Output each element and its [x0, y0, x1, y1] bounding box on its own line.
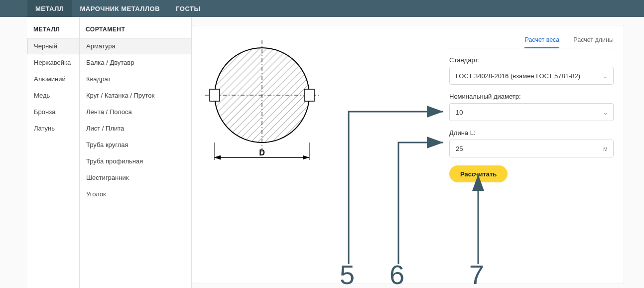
calc-form: Расчет веса Расчет длины Стандарт: ГОСТ … — [439, 35, 614, 274]
sidebar-sortament-item[interactable]: Труба круглая — [80, 137, 191, 153]
sidebar-metal-item[interactable]: Алюминий — [27, 71, 79, 87]
sidebar-metal-item[interactable]: Черный — [27, 38, 79, 54]
sidebar-metal: МЕТАЛЛ Черный Нержавейка Алюминий Медь Б… — [27, 17, 80, 288]
label-length: Длина L: — [449, 129, 614, 137]
chevron-down-icon: ⌄ — [603, 72, 608, 80]
sidebar-metal-item[interactable]: Бронза — [27, 104, 79, 120]
diagram-label-d: D — [259, 148, 265, 157]
tab-length[interactable]: Расчет длины — [573, 35, 614, 48]
sidebar-sortament: СОРТАМЕНТ Арматура Балка / Двутавр Квадр… — [80, 17, 192, 288]
nav-tab-gosty[interactable]: ГОСТЫ — [168, 0, 209, 17]
sidebar-metal-header: МЕТАЛЛ — [27, 17, 79, 38]
svg-rect-4 — [210, 89, 220, 101]
nav-tab-metal[interactable]: МЕТАЛЛ — [27, 0, 72, 17]
sidebar-sortament-item[interactable]: Уголок — [80, 186, 191, 202]
sidebar-sortament-item[interactable]: Круг / Катанка / Пруток — [80, 87, 191, 104]
sidebar-sortament-item[interactable]: Балка / Двутавр — [80, 54, 191, 71]
main-panel: D Расчет веса Расчет длины Стандарт: ГОС… — [192, 25, 624, 284]
svg-rect-5 — [304, 89, 314, 101]
unit-label: м — [603, 145, 608, 152]
sidebar-sortament-item[interactable]: Квадрат — [80, 71, 191, 87]
input-length[interactable] — [449, 140, 614, 157]
top-nav: МЕТАЛЛ МАРОЧНИК МЕТАЛЛОВ ГОСТЫ — [0, 0, 644, 17]
sidebar-sortament-item[interactable]: Труба профильная — [80, 153, 191, 169]
diagram: D — [202, 35, 332, 274]
label-standard: Стандарт: — [449, 56, 614, 64]
sidebar-sortament-header: СОРТАМЕНТ — [80, 17, 191, 38]
select-standard[interactable]: ГОСТ 34028-2016 (взамен ГОСТ 5781-82) ⌄ — [449, 67, 614, 85]
sidebar-sortament-item[interactable]: Лист / Плита — [80, 120, 191, 137]
sidebar-metal-item[interactable]: Медь — [27, 87, 79, 104]
select-diameter-value: 10 — [456, 109, 463, 116]
select-diameter[interactable]: 10 ⌄ — [449, 103, 614, 121]
sidebar-metal-item[interactable]: Нержавейка — [27, 54, 79, 71]
sidebar-sortament-item[interactable]: Лента / Полоса — [80, 104, 191, 120]
nav-tab-marochnik[interactable]: МАРОЧНИК МЕТАЛЛОВ — [72, 0, 168, 17]
select-standard-value: ГОСТ 34028-2016 (взамен ГОСТ 5781-82) — [456, 72, 580, 80]
chevron-down-icon: ⌄ — [603, 109, 608, 116]
calculate-button[interactable]: Рассчитать — [449, 165, 508, 182]
sidebar-sortament-item[interactable]: Шестигранник — [80, 169, 191, 186]
tab-weight[interactable]: Расчет веса — [524, 35, 559, 48]
sidebar-metal-item[interactable]: Латунь — [27, 120, 79, 137]
sidebar-sortament-item[interactable]: Арматура — [80, 38, 191, 54]
calc-tabs: Расчет веса Расчет длины — [449, 35, 614, 48]
label-diameter: Номинальный диаметр: — [449, 93, 614, 100]
